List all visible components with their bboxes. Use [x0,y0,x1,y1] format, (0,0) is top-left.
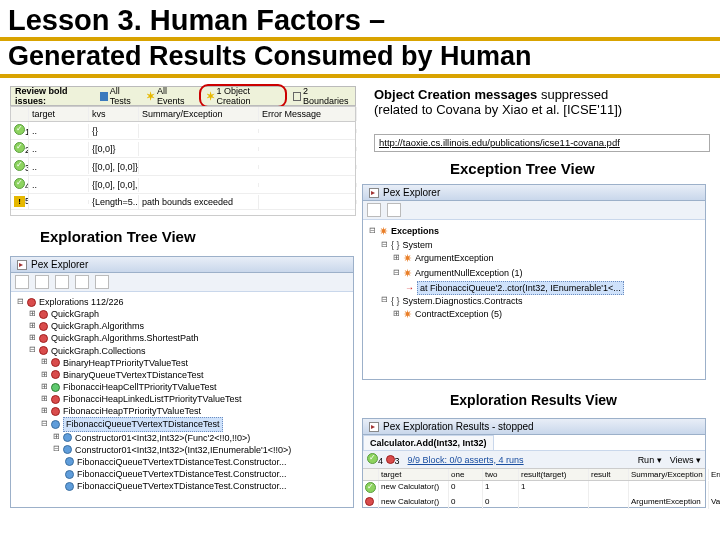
blue-ball-icon [65,457,74,466]
check-icon [14,124,25,135]
results-toolbar: 4 3 9/9 Block: 0/0 asserts, 4 runs Run ▾… [363,451,705,468]
exploration-tree[interactable]: ⊟Explorations 112/226 ⊞QuickGraph ⊞Quick… [11,292,353,496]
red-ball-icon [39,334,48,343]
end-button[interactable] [95,275,109,289]
exception-tree[interactable]: ⊟✷Exceptions ⊟{ }System ⊞✷ArgumentExcept… [363,220,705,326]
panel-title: Pex Exploration Results - stopped [363,419,705,435]
blue-ball-icon [65,482,74,491]
toolbar [11,273,353,292]
exploration-results-panel: Pex Exploration Results - stopped Calcul… [362,418,706,508]
filter-all-tests[interactable]: All Tests [100,86,140,106]
annotation-callout: Object Creation messages suppressed (rel… [374,88,708,118]
red-ball-icon [39,310,48,319]
red-ball-icon [51,395,60,404]
result-tab[interactable]: Calculator.Add(Int32, Int32) [363,435,494,450]
slide-body: Review bold issues: All Tests ✶All Event… [0,78,720,518]
warn-icon: ! [14,196,25,207]
blue-ball-icon [63,433,72,442]
filter-boundaries[interactable]: 2 Boundaries [293,86,351,106]
table-row[interactable]: 2..{[0,0]} [11,140,355,158]
section-label-exploration-results: Exploration Results View [450,392,617,408]
grid-header: target kvs Summary/Exception Error Messa… [11,107,355,122]
section-label-exception-tree: Exception Tree View [450,160,595,177]
panel-title: Pex Explorer [363,185,705,201]
exception-icon: ✷ [403,307,412,322]
check-icon [367,453,378,464]
blue-ball-icon [65,470,74,479]
check-icon [365,482,376,493]
red-ball-icon [51,407,60,416]
table-row[interactable]: new Calculator()00ArgumentExceptionValue… [363,496,705,509]
table-row[interactable]: 3..{[0,0], [0,0]} [11,158,355,176]
refresh-button[interactable] [35,275,49,289]
check-icon [14,178,25,189]
filter-bar: Review bold issues: All Tests ✶All Event… [10,86,356,106]
red-ball-icon [39,322,48,331]
filter-object-creation[interactable]: ✶1 Object Creation [199,84,287,108]
exception-tree-panel: Pex Explorer ⊟✷Exceptions ⊟{ }System ⊞✷A… [362,184,706,380]
run-button[interactable]: Run ▾ [638,455,662,465]
red-ball-icon [386,455,395,464]
test-grid: target kvs Summary/Exception Error Messa… [10,106,356,216]
namespace-icon: { } [391,239,400,251]
slide-title: Lesson 3. Human Factors – [0,0,720,41]
red-ball-icon [27,298,36,307]
slide-subtitle: Generated Results Consumed by Human [0,41,720,78]
check-icon [14,142,25,153]
exploration-tree-panel: Pex Explorer ⊟Explorations 112/226 ⊞Quic… [10,256,354,508]
exception-icon: ✷ [403,251,412,266]
events-icon: ✶ [146,90,155,103]
pex-icon [369,188,379,198]
home-button[interactable] [367,203,381,217]
pex-icon [17,260,27,270]
red-ball-icon [51,358,60,367]
check-icon [14,160,25,171]
views-button[interactable]: Views ▾ [670,455,701,465]
blue-ball-icon [63,445,72,454]
step-button[interactable] [75,275,89,289]
table-row[interactable]: new Calculator()011 [363,481,705,496]
object-creation-icon: ✶ [206,90,215,103]
green-ball-icon [51,383,60,392]
filter-all-events[interactable]: ✶All Events [146,86,193,106]
section-label-exploration-tree: Exploration Tree View [40,228,196,245]
toolbar [363,201,705,220]
exception-icon: ✷ [403,266,412,281]
pex-icon [369,422,379,432]
boundaries-icon [293,92,301,101]
exception-icon: ✷ [379,224,388,239]
table-row[interactable]: !5{Length=5..path bounds exceeded [11,194,355,210]
panel-title: Pex Explorer [11,257,353,273]
table-row[interactable]: 1..{} [11,122,355,140]
results-grid: targetonetworesult(target)resultSummary/… [363,468,705,509]
red-ball-icon [365,497,374,506]
stop-button[interactable] [55,275,69,289]
refresh-button[interactable] [387,203,401,217]
coverage-link[interactable]: 9/9 Block: 0/0 asserts, 4 runs [408,455,524,465]
blue-ball-icon [51,420,60,429]
red-ball-icon [51,370,60,379]
table-row[interactable]: 4..{[0,0], [0,0], .. [11,176,355,194]
tests-icon [100,92,108,101]
namespace-icon: { } [391,295,400,307]
red-ball-icon [39,346,48,355]
home-button[interactable] [15,275,29,289]
filter-label: Review bold issues: [15,86,94,106]
url-link[interactable]: http://taoxie.cs.illinois.edu/publicatio… [374,134,710,152]
